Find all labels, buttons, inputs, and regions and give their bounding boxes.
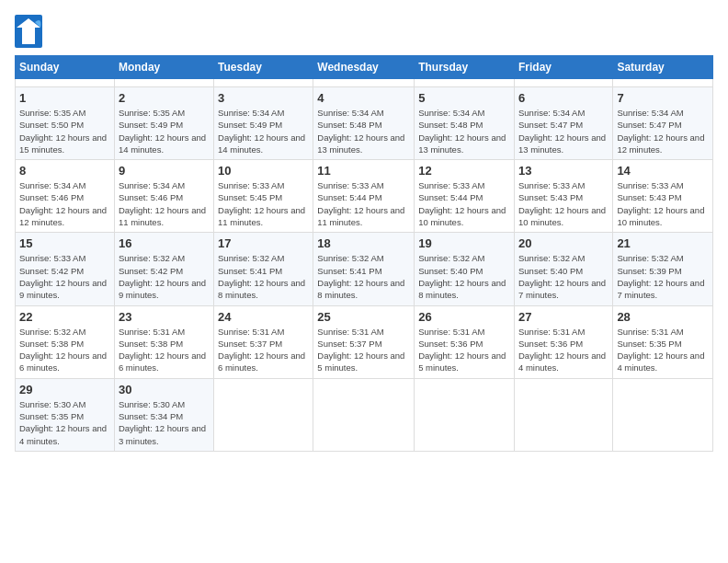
calendar-day-cell: 27 Sunrise: 5:31 AM Sunset: 5:36 PM Dayl… bbox=[514, 305, 612, 378]
calendar-day-cell: 15 Sunrise: 5:33 AM Sunset: 5:42 PM Dayl… bbox=[16, 233, 115, 305]
day-detail: Sunrise: 5:32 AM Sunset: 5:40 PM Dayligh… bbox=[418, 252, 510, 301]
day-detail: Sunrise: 5:34 AM Sunset: 5:47 PM Dayligh… bbox=[518, 107, 609, 155]
calendar-day-cell bbox=[613, 378, 713, 451]
day-detail: Sunrise: 5:33 AM Sunset: 5:45 PM Dayligh… bbox=[218, 179, 309, 228]
day-number: 13 bbox=[518, 164, 609, 178]
day-number: 17 bbox=[218, 236, 309, 250]
calendar-day-cell: 25 Sunrise: 5:31 AM Sunset: 5:37 PM Dayl… bbox=[313, 305, 415, 378]
day-number: 1 bbox=[19, 91, 110, 105]
logo bbox=[15, 15, 44, 48]
calendar-day-cell bbox=[415, 79, 515, 87]
calendar-day-cell: 9 Sunrise: 5:34 AM Sunset: 5:46 PM Dayli… bbox=[114, 160, 213, 233]
day-number: 28 bbox=[617, 310, 709, 324]
calendar-day-cell: 26 Sunrise: 5:31 AM Sunset: 5:36 PM Dayl… bbox=[415, 305, 515, 378]
day-number: 20 bbox=[518, 236, 609, 250]
day-number: 19 bbox=[418, 236, 510, 250]
day-number: 21 bbox=[617, 236, 709, 250]
weekday-header-row: SundayMondayTuesdayWednesdayThursdayFrid… bbox=[16, 56, 713, 79]
day-detail: Sunrise: 5:32 AM Sunset: 5:39 PM Dayligh… bbox=[617, 252, 709, 301]
day-detail: Sunrise: 5:34 AM Sunset: 5:47 PM Dayligh… bbox=[617, 107, 709, 155]
calendar-week-row: 1 Sunrise: 5:35 AM Sunset: 5:50 PM Dayli… bbox=[16, 87, 713, 160]
day-detail: Sunrise: 5:32 AM Sunset: 5:42 PM Dayligh… bbox=[119, 252, 210, 301]
day-detail: Sunrise: 5:31 AM Sunset: 5:37 PM Dayligh… bbox=[218, 326, 309, 374]
day-number: 27 bbox=[518, 310, 609, 324]
day-detail: Sunrise: 5:34 AM Sunset: 5:48 PM Dayligh… bbox=[418, 107, 510, 155]
day-number: 16 bbox=[119, 236, 210, 250]
day-number: 3 bbox=[218, 91, 309, 105]
calendar-day-cell: 23 Sunrise: 5:31 AM Sunset: 5:38 PM Dayl… bbox=[114, 305, 213, 378]
weekday-header-cell: Friday bbox=[514, 56, 612, 79]
day-detail: Sunrise: 5:33 AM Sunset: 5:44 PM Dayligh… bbox=[317, 179, 410, 228]
calendar-day-cell bbox=[313, 79, 415, 87]
day-number: 25 bbox=[317, 310, 410, 324]
day-detail: Sunrise: 5:30 AM Sunset: 5:35 PM Dayligh… bbox=[19, 398, 110, 447]
weekday-header-cell: Thursday bbox=[415, 56, 515, 79]
day-detail: Sunrise: 5:33 AM Sunset: 5:42 PM Dayligh… bbox=[19, 252, 110, 301]
calendar-table: SundayMondayTuesdayWednesdayThursdayFrid… bbox=[15, 55, 713, 452]
day-number: 7 bbox=[617, 91, 709, 105]
calendar-day-cell: 16 Sunrise: 5:32 AM Sunset: 5:42 PM Dayl… bbox=[114, 233, 213, 305]
day-detail: Sunrise: 5:32 AM Sunset: 5:41 PM Dayligh… bbox=[218, 252, 309, 301]
calendar-day-cell: 28 Sunrise: 5:31 AM Sunset: 5:35 PM Dayl… bbox=[613, 305, 713, 378]
day-detail: Sunrise: 5:33 AM Sunset: 5:43 PM Dayligh… bbox=[518, 179, 609, 228]
day-detail: Sunrise: 5:31 AM Sunset: 5:36 PM Dayligh… bbox=[518, 326, 609, 374]
day-number: 15 bbox=[19, 236, 110, 250]
day-detail: Sunrise: 5:35 AM Sunset: 5:50 PM Dayligh… bbox=[19, 107, 110, 155]
calendar-day-cell: 1 Sunrise: 5:35 AM Sunset: 5:50 PM Dayli… bbox=[16, 87, 115, 160]
day-number: 12 bbox=[418, 164, 510, 178]
weekday-header-cell: Monday bbox=[114, 56, 213, 79]
day-number: 29 bbox=[19, 383, 110, 396]
calendar-day-cell: 7 Sunrise: 5:34 AM Sunset: 5:47 PM Dayli… bbox=[613, 87, 713, 160]
day-detail: Sunrise: 5:32 AM Sunset: 5:41 PM Dayligh… bbox=[317, 252, 410, 301]
calendar-week-row: 15 Sunrise: 5:33 AM Sunset: 5:42 PM Dayl… bbox=[16, 233, 713, 305]
day-number: 11 bbox=[317, 164, 410, 178]
calendar-day-cell: 21 Sunrise: 5:32 AM Sunset: 5:39 PM Dayl… bbox=[613, 233, 713, 305]
day-detail: Sunrise: 5:33 AM Sunset: 5:44 PM Dayligh… bbox=[418, 179, 510, 228]
calendar-body: 1 Sunrise: 5:35 AM Sunset: 5:50 PM Dayli… bbox=[16, 79, 713, 452]
day-detail: Sunrise: 5:31 AM Sunset: 5:36 PM Dayligh… bbox=[418, 326, 510, 374]
calendar-day-cell: 20 Sunrise: 5:32 AM Sunset: 5:40 PM Dayl… bbox=[514, 233, 612, 305]
day-number: 8 bbox=[19, 164, 110, 178]
day-number: 22 bbox=[19, 310, 110, 324]
calendar-day-cell: 24 Sunrise: 5:31 AM Sunset: 5:37 PM Dayl… bbox=[214, 305, 313, 378]
day-number: 4 bbox=[317, 91, 410, 105]
day-number: 24 bbox=[218, 310, 309, 324]
day-detail: Sunrise: 5:32 AM Sunset: 5:38 PM Dayligh… bbox=[19, 326, 110, 374]
calendar-day-cell: 10 Sunrise: 5:33 AM Sunset: 5:45 PM Dayl… bbox=[214, 160, 313, 233]
calendar-day-cell: 12 Sunrise: 5:33 AM Sunset: 5:44 PM Dayl… bbox=[415, 160, 515, 233]
calendar-day-cell bbox=[313, 378, 415, 451]
calendar-day-cell: 6 Sunrise: 5:34 AM Sunset: 5:47 PM Dayli… bbox=[514, 87, 612, 160]
weekday-header-cell: Wednesday bbox=[313, 56, 415, 79]
day-detail: Sunrise: 5:31 AM Sunset: 5:38 PM Dayligh… bbox=[119, 326, 210, 374]
day-number: 9 bbox=[119, 164, 210, 178]
calendar-week-row: 22 Sunrise: 5:32 AM Sunset: 5:38 PM Dayl… bbox=[16, 305, 713, 378]
calendar-day-cell: 5 Sunrise: 5:34 AM Sunset: 5:48 PM Dayli… bbox=[415, 87, 515, 160]
calendar-day-cell bbox=[16, 79, 115, 87]
calendar-day-cell: 3 Sunrise: 5:34 AM Sunset: 5:49 PM Dayli… bbox=[214, 87, 313, 160]
calendar-day-cell: 8 Sunrise: 5:34 AM Sunset: 5:46 PM Dayli… bbox=[16, 160, 115, 233]
logo-icon bbox=[15, 15, 42, 48]
weekday-header-cell: Saturday bbox=[613, 56, 713, 79]
day-detail: Sunrise: 5:31 AM Sunset: 5:35 PM Dayligh… bbox=[617, 326, 709, 374]
day-detail: Sunrise: 5:32 AM Sunset: 5:40 PM Dayligh… bbox=[518, 252, 609, 301]
calendar-day-cell: 29 Sunrise: 5:30 AM Sunset: 5:35 PM Dayl… bbox=[16, 378, 115, 451]
weekday-header-cell: Sunday bbox=[16, 56, 115, 79]
calendar-week-row: 8 Sunrise: 5:34 AM Sunset: 5:46 PM Dayli… bbox=[16, 160, 713, 233]
day-detail: Sunrise: 5:34 AM Sunset: 5:49 PM Dayligh… bbox=[218, 107, 309, 155]
calendar-week-row bbox=[16, 79, 713, 87]
calendar-day-cell: 17 Sunrise: 5:32 AM Sunset: 5:41 PM Dayl… bbox=[214, 233, 313, 305]
day-number: 18 bbox=[317, 236, 410, 250]
calendar-day-cell bbox=[114, 79, 213, 87]
calendar-day-cell: 2 Sunrise: 5:35 AM Sunset: 5:49 PM Dayli… bbox=[114, 87, 213, 160]
weekday-header-cell: Tuesday bbox=[214, 56, 313, 79]
day-number: 5 bbox=[418, 91, 510, 105]
day-detail: Sunrise: 5:30 AM Sunset: 5:34 PM Dayligh… bbox=[119, 398, 210, 447]
calendar-day-cell bbox=[214, 378, 313, 451]
day-detail: Sunrise: 5:34 AM Sunset: 5:46 PM Dayligh… bbox=[119, 179, 210, 228]
day-number: 23 bbox=[119, 310, 210, 324]
day-detail: Sunrise: 5:31 AM Sunset: 5:37 PM Dayligh… bbox=[317, 326, 410, 374]
calendar-day-cell: 22 Sunrise: 5:32 AM Sunset: 5:38 PM Dayl… bbox=[16, 305, 115, 378]
calendar-week-row: 29 Sunrise: 5:30 AM Sunset: 5:35 PM Dayl… bbox=[16, 378, 713, 451]
page-header bbox=[15, 15, 713, 48]
calendar-day-cell bbox=[514, 79, 612, 87]
